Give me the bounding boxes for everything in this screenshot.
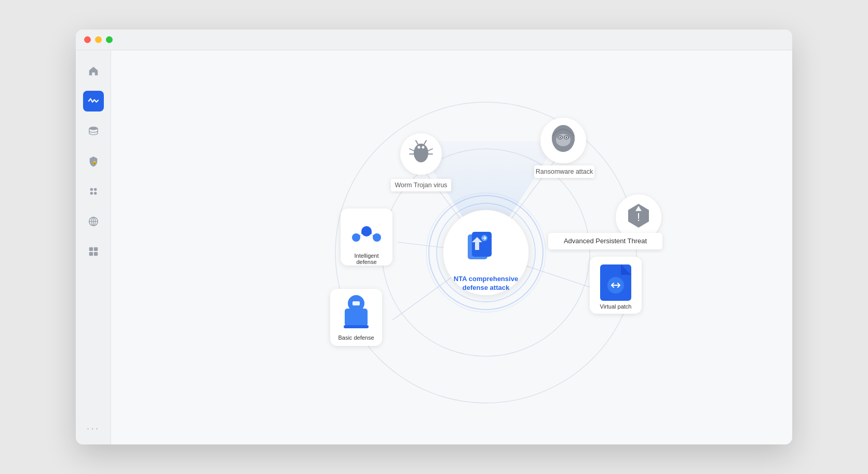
sidebar-more[interactable]: ··· xyxy=(87,422,100,434)
svg-rect-10 xyxy=(89,247,92,251)
titlebar xyxy=(76,30,792,50)
main-area: 🔒 xyxy=(76,50,792,444)
svg-text:!: ! xyxy=(637,211,640,224)
svg-rect-12 xyxy=(89,252,92,256)
ransomware-label: Ransomware attack xyxy=(535,168,593,175)
minimize-button[interactable] xyxy=(95,36,102,43)
intelligent-defense-node[interactable]: Intelligent defense xyxy=(341,208,392,266)
nta-label-line1: NTA comprehensive xyxy=(453,275,518,283)
sidebar-item-network[interactable] xyxy=(83,211,104,232)
svg-point-2 xyxy=(90,188,93,191)
svg-rect-53 xyxy=(344,325,369,328)
svg-text:Intelligent: Intelligent xyxy=(354,253,378,259)
worm-label: Worm Trojan virus xyxy=(395,182,447,189)
sidebar-item-apps[interactable] xyxy=(83,181,104,202)
nta-label-line2: defense attack xyxy=(462,284,509,291)
svg-point-0 xyxy=(89,127,98,130)
basic-defense-node[interactable]: Basic defense xyxy=(330,289,382,346)
main-content: NTA comprehensive defense attack xyxy=(111,50,792,444)
svg-rect-13 xyxy=(93,252,97,256)
svg-rect-11 xyxy=(93,247,97,251)
svg-rect-52 xyxy=(352,301,360,305)
svg-rect-15 xyxy=(472,232,492,257)
close-button[interactable] xyxy=(84,36,91,43)
svg-point-35 xyxy=(559,137,561,138)
svg-point-36 xyxy=(565,137,567,138)
svg-point-21 xyxy=(422,146,424,149)
sidebar-item-home[interactable] xyxy=(83,61,104,81)
sidebar-item-grid[interactable] xyxy=(83,241,104,262)
svg-point-30 xyxy=(556,134,571,146)
ransomware-node[interactable] xyxy=(540,118,586,163)
svg-point-4 xyxy=(90,192,93,195)
svg-text:🔒: 🔒 xyxy=(92,159,98,165)
svg-point-3 xyxy=(93,188,97,191)
diagram-svg: NTA comprehensive defense attack xyxy=(252,66,720,429)
apt-tooltip-text: Advanced Persistent Threat xyxy=(564,237,647,245)
sidebar-item-security[interactable]: 🔒 xyxy=(83,151,104,172)
svg-point-19 xyxy=(416,144,426,152)
sidebar-item-database[interactable] xyxy=(83,121,104,142)
svg-point-20 xyxy=(417,146,420,149)
sidebar-item-monitor[interactable] xyxy=(83,91,104,111)
svg-text:defense: defense xyxy=(356,259,376,265)
svg-text:Basic defense: Basic defense xyxy=(338,334,374,341)
svg-point-5 xyxy=(93,192,97,195)
traffic-lights xyxy=(84,36,113,43)
sidebar: 🔒 xyxy=(76,50,111,444)
worm-trojan-node[interactable] xyxy=(400,133,442,175)
virtual-patch-node[interactable]: Virtual patch xyxy=(590,257,642,314)
nta-center-icon xyxy=(468,232,492,259)
maximize-button[interactable] xyxy=(106,36,113,43)
svg-text:Virtual patch: Virtual patch xyxy=(600,303,631,310)
app-window: 🔒 xyxy=(76,30,792,444)
